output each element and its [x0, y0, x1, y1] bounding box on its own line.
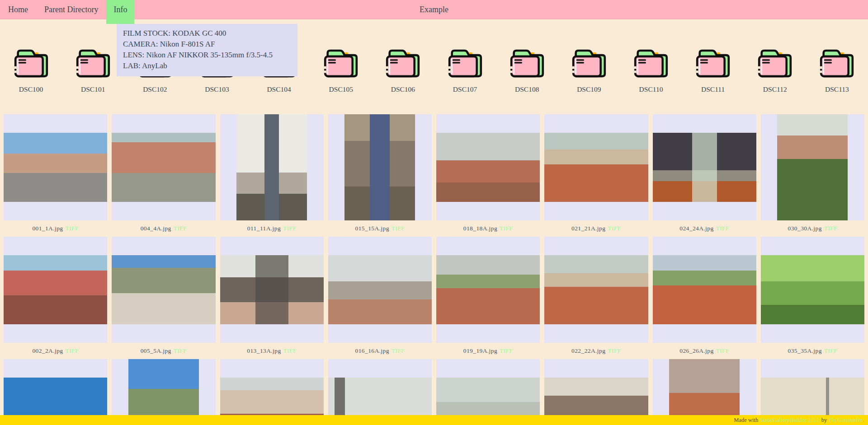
- folder-item-dsc113[interactable]: DSC113: [806, 46, 868, 93]
- folder-label: DSC100: [19, 85, 43, 93]
- photo-image-cliff-tower-buildings: [112, 255, 215, 324]
- footer-author-link[interactable]: Flo Greistorfer: [829, 417, 863, 424]
- photo-filename: 015_15A.jpg: [355, 225, 389, 232]
- folder-label: DSC107: [453, 85, 477, 93]
- photo-thumbnail[interactable]: [436, 237, 540, 343]
- photo-thumbnail[interactable]: [220, 114, 324, 220]
- folder-label: DSC101: [81, 85, 105, 93]
- photo-caption: 035_35A.jpg TIFF: [761, 343, 864, 359]
- photo-filename: 030_30A.jpg: [788, 225, 822, 232]
- photo-thumbnail[interactable]: [436, 114, 540, 220]
- tiff-badge[interactable]: TIFF: [283, 347, 297, 355]
- photo-image-old-town-hall-tower: [236, 114, 307, 220]
- tiff-badge[interactable]: TIFF: [824, 347, 837, 355]
- photo-thumbnail[interactable]: [4, 114, 107, 220]
- photo-filename: 004_4A.jpg: [141, 225, 171, 232]
- nav-item-home[interactable]: Home: [0, 0, 36, 19]
- folder-icon: [383, 46, 423, 80]
- photo-cell: 002_2A.jpg TIFF: [4, 237, 107, 359]
- photo-image-red-roof-panorama: [436, 133, 540, 202]
- folder-label: DSC102: [143, 85, 167, 93]
- photo-filename: 019_19A.jpg: [463, 347, 497, 355]
- tiff-badge[interactable]: TIFF: [392, 225, 405, 232]
- footer-period: .: [863, 417, 864, 424]
- photo-cell: 019_19A.jpg TIFF: [436, 237, 540, 359]
- photo-thumbnail[interactable]: [4, 237, 107, 343]
- photo-filename: 021_21A.jpg: [571, 225, 605, 232]
- photo-filename: 024_24A.jpg: [679, 225, 713, 232]
- tooltip-lens: LENS: Nikon AF NIKKOR 35-135mm f/3.5-4.5: [123, 50, 291, 61]
- tiff-badge[interactable]: TIFF: [608, 225, 621, 232]
- photo-thumbnail[interactable]: [653, 237, 756, 343]
- folder-item-dsc108[interactable]: DSC108: [496, 46, 558, 93]
- folder-icon: [321, 46, 361, 80]
- tiff-badge[interactable]: TIFF: [174, 225, 187, 232]
- photo-cell: 018_18A.jpg TIFF: [436, 114, 540, 237]
- tiff-badge[interactable]: TIFF: [716, 347, 729, 355]
- photo-thumbnail[interactable]: [761, 114, 864, 220]
- photo-cell: 004_4A.jpg TIFF: [112, 114, 215, 237]
- nav-item-info[interactable]: Info: [106, 0, 134, 24]
- tiff-badge[interactable]: TIFF: [500, 225, 513, 232]
- tiff-badge[interactable]: TIFF: [824, 225, 837, 232]
- tiff-badge[interactable]: TIFF: [608, 347, 621, 355]
- photo-caption: 030_30A.jpg TIFF: [761, 220, 864, 237]
- photo-cell: 015_15A.jpg TIFF: [328, 114, 432, 237]
- photo-image-rooftop-street-view: [112, 133, 215, 202]
- photo-image-street-towards-tower: [4, 133, 107, 202]
- photo-image-riverbank-skyline: [328, 255, 432, 324]
- folder-item-dsc105[interactable]: DSC105: [310, 46, 372, 93]
- photo-caption: 019_19A.jpg TIFF: [436, 343, 540, 359]
- nav-item-parent-directory[interactable]: Parent Directory: [36, 0, 106, 19]
- photo-filename: 022_22A.jpg: [571, 347, 605, 355]
- photo-thumbnail[interactable]: [653, 114, 756, 220]
- folder-label: DSC108: [515, 85, 539, 93]
- folder-item-dsc107[interactable]: DSC107: [434, 46, 496, 93]
- photo-thumbnail[interactable]: [112, 237, 215, 343]
- photo-thumbnail[interactable]: [112, 114, 215, 220]
- photo-thumbnail[interactable]: [328, 237, 432, 343]
- folder-label: DSC104: [267, 85, 291, 93]
- tiff-badge[interactable]: TIFF: [66, 225, 79, 232]
- photo-image-red-facades-street: [4, 255, 107, 324]
- photo-thumbnail[interactable]: [544, 114, 648, 220]
- folder-icon: [569, 46, 609, 80]
- photo-caption: 015_15A.jpg TIFF: [328, 220, 432, 237]
- folder-item-dsc100[interactable]: DSC100: [0, 46, 62, 93]
- photo-cell: 013_13A.jpg TIFF: [220, 237, 324, 359]
- folder-icon: [755, 46, 795, 80]
- photo-caption: 002_2A.jpg TIFF: [4, 343, 107, 359]
- photo-cell: 016_16A.jpg TIFF: [328, 237, 432, 359]
- folder-item-dsc101[interactable]: DSC101: [62, 46, 124, 93]
- photo-caption: 024_24A.jpg TIFF: [653, 220, 756, 237]
- tiff-badge[interactable]: TIFF: [716, 225, 729, 232]
- photo-thumbnail[interactable]: [220, 237, 324, 343]
- photo-caption: 001_1A.jpg TIFF: [4, 220, 107, 237]
- tooltip-lab: LAB: AnyLab: [123, 61, 291, 71]
- photo-thumbnail[interactable]: [761, 237, 864, 343]
- folder-label: DSC109: [577, 85, 601, 93]
- folder-icon: [631, 46, 671, 80]
- folder-item-dsc112[interactable]: DSC112: [744, 46, 806, 93]
- photo-cell: 001_1A.jpg TIFF: [4, 114, 107, 237]
- tooltip-camera: CAMERA: Nikon F-801S AF: [123, 39, 291, 50]
- folder-item-dsc109[interactable]: DSC109: [558, 46, 620, 93]
- photo-cell: 026_26A.jpg TIFF: [653, 237, 756, 359]
- footer-builder-link[interactable]: StaticGalleryBuilder 2.3.1: [760, 417, 820, 424]
- tiff-badge[interactable]: TIFF: [500, 347, 513, 355]
- folder-item-dsc111[interactable]: DSC111: [682, 46, 744, 93]
- tiff-badge[interactable]: TIFF: [283, 225, 296, 232]
- footer-bar: Made with StaticGalleryBuilder 2.3.1 by …: [0, 415, 868, 425]
- folder-item-dsc106[interactable]: DSC106: [372, 46, 434, 93]
- tiff-badge[interactable]: TIFF: [66, 347, 79, 355]
- footer-made-with: Made with: [734, 417, 758, 424]
- tiff-badge[interactable]: TIFF: [174, 347, 187, 355]
- photo-image-castle-panorama: [544, 133, 648, 202]
- tiff-badge[interactable]: TIFF: [392, 347, 405, 355]
- tooltip-film-stock: FILM STOCK: KODAK GC 400: [123, 28, 291, 39]
- folder-item-dsc110[interactable]: DSC110: [620, 46, 682, 93]
- photo-thumbnail[interactable]: [544, 237, 648, 343]
- folder-label: DSC103: [205, 85, 229, 93]
- photo-thumbnail[interactable]: [328, 114, 432, 220]
- photo-filename: 002_2A.jpg: [32, 347, 63, 355]
